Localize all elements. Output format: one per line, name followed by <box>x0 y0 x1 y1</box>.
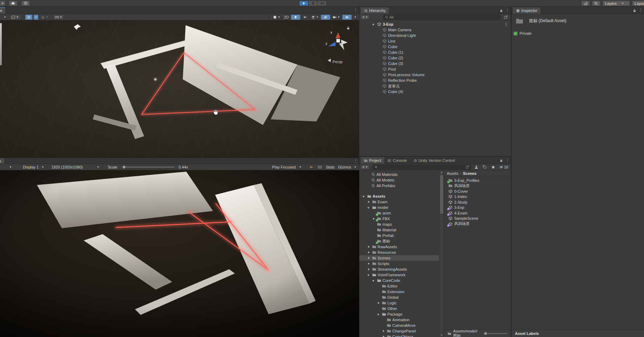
foldout-closed-icon[interactable] <box>367 256 371 260</box>
foldout-closed-icon[interactable] <box>367 200 371 204</box>
inspector-menu-icon[interactable]: ⋮ <box>639 8 643 13</box>
foldout-closed-icon[interactable] <box>372 217 376 221</box>
foldout-open-icon[interactable] <box>367 273 371 277</box>
camera-settings-dropdown[interactable]: ▼ <box>331 15 341 20</box>
gizmo-lock-icon[interactable] <box>346 26 350 31</box>
account-dropdown-button[interactable]: ▼ <box>0 1 5 6</box>
hierarchy-item[interactable]: Cube (1) <box>359 49 511 55</box>
step-button[interactable] <box>317 1 327 6</box>
pivot-mode-button[interactable]: ▼ <box>10 15 20 20</box>
asset-item[interactable]: ↗4-Exam <box>444 210 511 216</box>
game-gizmos-dropdown[interactable]: Gizmos▼ <box>337 165 358 170</box>
foldout-closed-icon[interactable] <box>377 301 381 305</box>
foldout-open-icon[interactable] <box>367 206 371 210</box>
scene-lighting-toggle[interactable] <box>291 15 300 20</box>
mute-audio-toggle[interactable] <box>308 165 315 170</box>
2d-toggle-button[interactable]: 2D <box>283 15 290 20</box>
tab-inspector[interactable]: Inspector <box>513 7 540 14</box>
game-viewport-canvas[interactable] <box>0 170 359 337</box>
folder-tree-row[interactable]: ✓anim <box>359 210 439 216</box>
scene-viewport-canvas[interactable]: x z Persp <box>0 20 359 158</box>
audio-toggle[interactable] <box>302 15 309 20</box>
foldout-closed-icon[interactable] <box>367 262 371 266</box>
tab-game[interactable]: me <box>0 158 4 164</box>
foldout-closed-icon[interactable] <box>367 267 371 271</box>
folder-tree-row[interactable]: Global <box>359 295 439 300</box>
checkbox-checked-icon[interactable]: ✓ <box>514 32 517 35</box>
foldout-open-icon[interactable] <box>377 312 381 316</box>
tab-console[interactable]: Console <box>384 157 410 164</box>
hidden-objects-toggle[interactable] <box>321 15 330 20</box>
stats-toggle[interactable]: Stats <box>325 165 336 170</box>
asset-labels-bar[interactable]: Asset Labels <box>511 330 644 337</box>
favorites-button[interactable] <box>490 165 497 170</box>
hierarchy-item[interactable]: Cube <box>359 44 511 49</box>
folder-tree-row[interactable]: CameraMove <box>359 323 439 328</box>
search-by-import-button[interactable] <box>473 165 480 170</box>
asset-item[interactable]: ↗风洞场景 <box>444 221 511 227</box>
scrollbar-thumb[interactable] <box>440 175 443 214</box>
foldout-closed-icon[interactable] <box>382 329 386 333</box>
hierarchy-item[interactable]: 发射点 <box>359 83 511 89</box>
undo-history-button[interactable] <box>581 1 590 6</box>
resolution-dropdown[interactable]: 1920 (1920x1080)▼ <box>50 165 100 170</box>
folder-tree-row[interactable]: Animation <box>359 317 439 323</box>
folder-tree-row[interactable]: StreamingAssets <box>359 266 439 272</box>
asset-item[interactable]: 2-Study <box>444 199 511 205</box>
folder-tree-row[interactable]: RawAssets <box>359 244 439 250</box>
measure-tool-button[interactable]: ▼ <box>53 15 64 20</box>
hierarchy-item[interactable]: Directional Light <box>359 33 511 38</box>
project-tree-scrollbar[interactable]: ▲ ▼ <box>439 170 444 337</box>
foldout-open-icon[interactable] <box>372 279 376 283</box>
lock-icon[interactable] <box>500 9 503 12</box>
scale-slider[interactable] <box>122 167 174 167</box>
layers-dropdown[interactable]: Layers▼ <box>603 1 630 6</box>
keyboard-shortcuts-button[interactable] <box>316 165 323 170</box>
game-menu-icon[interactable]: ⋮ <box>354 159 358 163</box>
layout-dropdown[interactable]: Layou <box>632 1 644 6</box>
pause-button[interactable] <box>308 1 317 6</box>
lock-icon[interactable] <box>633 9 636 12</box>
folder-tree-row[interactable]: Package <box>359 311 439 317</box>
hierarchy-item[interactable]: Post-process Volume <box>359 72 511 78</box>
global-search-button[interactable] <box>592 1 600 6</box>
folder-tree-row[interactable]: Scripts <box>359 261 439 266</box>
tab-scene[interactable]: ene <box>0 7 5 14</box>
hierarchy-search-field[interactable] <box>383 15 501 20</box>
hierarchy-item[interactable]: Cube (2) <box>359 55 511 61</box>
grid-snapping-button[interactable] <box>25 15 32 20</box>
favorite-search-item[interactable]: All Materials <box>359 172 439 177</box>
tab-unity-version-control[interactable]: Unity Version Control <box>410 157 458 164</box>
project-search-field[interactable] <box>372 165 471 170</box>
asset-item[interactable]: +3-Exp_Profiles <box>444 178 511 183</box>
folder-tree-row[interactable]: ✓图标 <box>359 238 439 244</box>
search-by-label-button[interactable] <box>481 165 488 170</box>
folder-tree-row[interactable]: ✓FBX <box>359 216 439 222</box>
foldout-closed-icon[interactable] <box>367 251 371 255</box>
hierarchy-item[interactable]: Line <box>359 38 511 44</box>
folder-tree-row[interactable]: Scenes <box>359 255 439 261</box>
play-focused-dropdown[interactable]: Play Focused▼ <box>271 165 303 170</box>
tab-hierarchy[interactable]: Hierarchy <box>361 7 389 14</box>
gizmos-toggle[interactable] <box>342 15 352 20</box>
project-menu-icon[interactable]: ⋮ <box>505 158 509 163</box>
hierarchy-popout-button[interactable] <box>502 15 509 20</box>
breadcrumb-current[interactable]: Scenes <box>463 171 477 176</box>
folder-tree-row[interactable]: Prefab <box>359 233 439 238</box>
hidden-items-counter[interactable]: 16 <box>498 165 509 170</box>
hierarchy-item[interactable]: Cube (4) <box>359 89 511 94</box>
gizmos-dropdown[interactable]: ▼ <box>353 15 358 20</box>
favorite-search-item[interactable]: All Prefabs <box>359 183 439 189</box>
folder-tree-row[interactable]: Logic <box>359 300 439 306</box>
folder-tree-row[interactable]: CoreCode <box>359 278 439 283</box>
hierarchy-item[interactable]: Cube (3) <box>359 61 511 66</box>
tool-settings-dropdown[interactable]: ▼ <box>1 15 8 20</box>
folder-tree-row[interactable]: Other <box>359 306 439 311</box>
hierarchy-search-input[interactable] <box>389 15 499 19</box>
thumbnail-size-slider[interactable] <box>485 333 507 334</box>
draw-mode-dropdown[interactable]: ▼ <box>272 15 281 20</box>
play-button[interactable] <box>299 1 308 6</box>
folder-tree-row[interactable]: Extension <box>359 289 439 295</box>
folder-tree-row[interactable]: VsimFramework <box>359 272 439 278</box>
asset-item[interactable]: 1-Index <box>444 194 511 200</box>
